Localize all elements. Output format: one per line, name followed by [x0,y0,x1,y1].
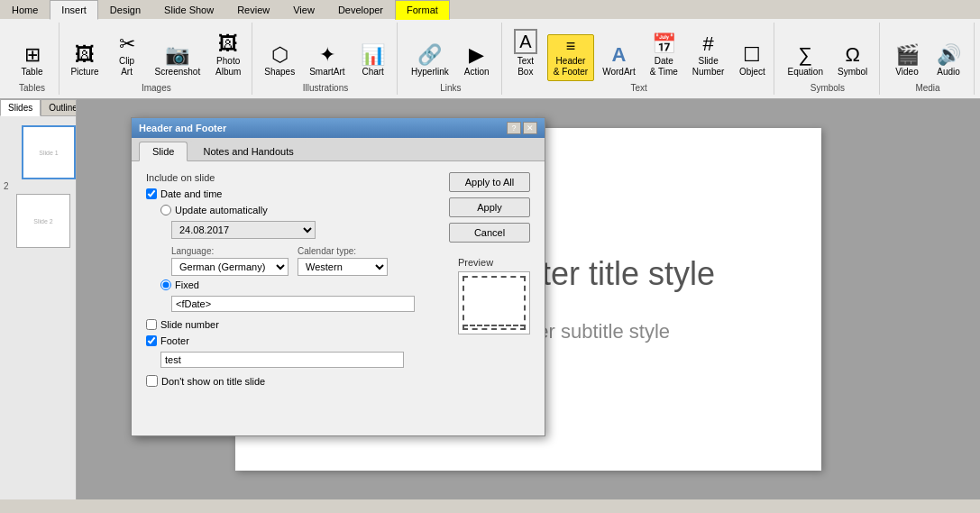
ribbon-group-links: 🔗 Hyperlink ▶ Action Links [399,23,502,95]
dialog-close-button[interactable]: ✕ [523,122,537,134]
datetime-button[interactable]: 📅 Date& Time [644,31,684,81]
fixed-input[interactable] [171,296,415,312]
clipart-icon: ✂ [119,34,135,54]
dont-show-checkbox[interactable] [146,375,158,387]
screenshot-button[interactable]: 📷 Screenshot [149,41,207,81]
links-group-label: Links [440,81,461,93]
table-icon: ⊞ [24,45,41,65]
tab-slideshow[interactable]: Slide Show [152,0,225,19]
slide-1-thumbnail[interactable]: Slide 1 [22,125,76,179]
fixed-radio-row: Fixed [160,279,435,290]
datetime-label: Date and time [160,188,222,199]
action-icon: ▶ [469,45,484,65]
tab-outline[interactable]: Outline [41,99,77,116]
footer-input[interactable] [160,352,404,368]
preview-footer-seg-2 [484,321,504,326]
equation-button[interactable]: ∑ Equation [781,41,829,81]
tab-review[interactable]: Review [225,0,281,19]
date-select[interactable]: 24.08.2017 [171,221,316,239]
ribbon-group-symbols: ∑ Equation Ω Symbol Symbols [776,23,880,95]
preview-footer-seg-3 [506,321,526,326]
main-area: ck to edit Master title style Click to e… [77,99,980,499]
slide-number-label: Slide number [160,319,219,330]
calendar-col: Calendar type: Western [298,246,388,276]
preview-label: Preview [458,257,530,268]
lang-cal-row: Language: German (Germany) Calendar type… [171,246,435,276]
wordart-button[interactable]: A WordArt [596,41,642,81]
audio-button[interactable]: 🔊 Audio [929,41,968,81]
dialog-tab-notes[interactable]: Notes and Handouts [189,142,307,160]
footer-checkbox[interactable] [146,335,157,346]
preview-footer-bar [463,321,526,326]
header-footer-icon: ≡ [566,38,576,54]
calendar-label: Calendar type: [298,246,388,256]
action-button[interactable]: ▶ Action [457,41,497,81]
tab-design[interactable]: Design [98,0,152,19]
cancel-button[interactable]: Cancel [449,223,530,243]
dont-show-label: Don't show on title slide [161,376,265,387]
audio-icon: 🔊 [937,45,961,65]
dialog-titlebar: Header and Footer ? ✕ [132,118,545,138]
date-select-row: 24.08.2017 [171,221,435,239]
slide-2-thumbnail[interactable]: Slide 2 [16,194,70,248]
tab-insert[interactable]: Insert [50,0,98,20]
tab-view[interactable]: View [281,0,326,19]
picture-button[interactable]: 🖼 Picture [64,41,105,81]
dialog-tab-slide[interactable]: Slide [139,142,188,161]
apply-button[interactable]: Apply [449,197,530,217]
slides-sidebar: Slides Outline 1 Slide 1 2 Slide 2 [0,99,77,499]
tab-format[interactable]: Format [395,0,450,20]
footer-checkbox-row: Footer [146,335,435,346]
screenshot-icon: 📷 [165,45,189,65]
photoalbum-button[interactable]: 🖼 PhotoAlbum [208,31,248,81]
apply-all-button[interactable]: Apply to All [449,172,530,192]
video-icon: 🎬 [895,45,920,65]
dialog-tabs: Slide Notes and Handouts [132,138,545,161]
ribbon-group-tables: ⊞ Table Tables [5,23,60,95]
clipart-button[interactable]: ✂ ClipArt [107,31,147,81]
ribbon-group-illustrations: ⬡ Shapes ✦ SmartArt 📊 Chart Illustration… [254,23,398,95]
calendar-select[interactable]: Western [298,258,388,276]
object-button[interactable]: ☐ Object [732,41,772,81]
chart-icon: 📊 [361,45,385,65]
ribbon-group-images: 🖼 Picture ✂ ClipArt 📷 Screenshot 🖼 Photo… [61,23,252,95]
language-select[interactable]: German (Germany) [171,258,289,276]
update-auto-radio[interactable] [160,205,171,215]
ribbon-group-text: A TextBox ≡ Header& Footer A WordArt 📅 D… [504,23,774,95]
photoalbum-icon: 🖼 [218,34,238,54]
hyperlink-button[interactable]: 🔗 Hyperlink [405,41,455,81]
tab-home[interactable]: Home [0,0,50,19]
header-footer-dialog: Header and Footer ? ✕ Slide Notes and Ha… [131,117,545,436]
shapes-button[interactable]: ⬡ Shapes [258,41,301,81]
textbox-icon: A [514,29,536,54]
tab-developer[interactable]: Developer [326,0,395,19]
textbox-button[interactable]: A TextBox [506,25,545,81]
slide-number-checkbox-row: Slide number [146,319,435,330]
datetime-checkbox-row: Date and time [146,188,435,199]
slide-number-checkbox[interactable] [146,319,157,330]
dialog-help-button[interactable]: ? [507,122,521,134]
dont-show-row: Don't show on title slide [146,375,435,387]
dialog-body-inner: Include on slide Date and time Update au… [146,172,530,425]
shapes-icon: ⬡ [271,45,289,65]
equation-icon: ∑ [798,45,812,65]
chart-button[interactable]: 📊 Chart [353,41,393,81]
video-button[interactable]: 🎬 Video [887,41,927,81]
tab-slides[interactable]: Slides [0,99,41,116]
slidenumber-button[interactable]: # SlideNumber [686,31,731,81]
header-footer-button[interactable]: ≡ Header& Footer [547,34,594,81]
symbols-group-label: Symbols [811,81,845,93]
preview-footer-seg-1 [463,321,482,326]
fixed-radio[interactable] [160,279,171,290]
datetime-checkbox[interactable] [146,188,157,199]
preview-box [458,271,530,334]
ribbon-content: ⊞ Table Tables 🖼 Picture ✂ ClipArt 📷 Sc [0,19,980,98]
slide-panel: Slides Outline 1 Slide 1 2 Slide 2 ck to… [0,99,980,499]
symbol-button[interactable]: Ω Symbol [831,41,874,81]
table-button[interactable]: ⊞ Table [13,41,52,81]
smartart-button[interactable]: ✦ SmartArt [303,41,351,81]
footer-label: Footer [160,335,189,346]
smartart-icon: ✦ [319,45,335,65]
illustrations-group-label: Illustrations [303,81,349,93]
wordart-icon: A [611,45,626,65]
